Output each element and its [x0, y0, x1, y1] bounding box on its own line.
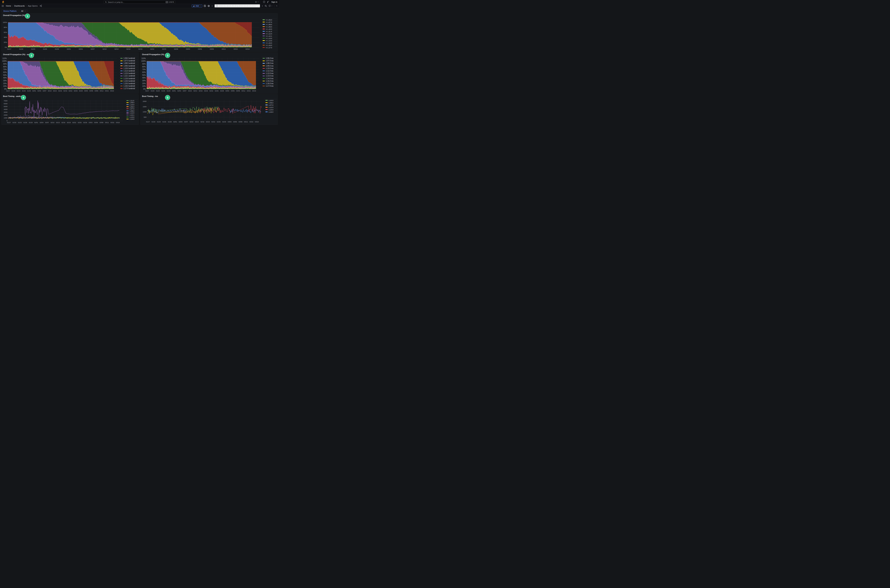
legend-item[interactable]: 1.07.0 [264, 104, 277, 106]
legend-item[interactable]: 1.12.0 android [119, 72, 138, 75]
legend-item[interactable]: 1.16.0 [264, 111, 277, 113]
menu-icon[interactable] [2, 5, 4, 7]
breadcrumb-dashboards[interactable]: Dashboards [14, 5, 25, 7]
legend-item[interactable]: 1.12.0 [125, 112, 138, 114]
svg-text:02/22: 02/22 [211, 121, 215, 123]
legend-item[interactable]: 1.14.0 android [119, 80, 138, 82]
legend-item[interactable]: 1.07.0 android [119, 59, 138, 62]
legend-label: 1.09.0 ios [266, 65, 274, 67]
legend-item[interactable]: 1.06.0 [125, 106, 138, 108]
svg-text:0: 0 [7, 120, 8, 122]
stacked-area-chart[interactable]: 01/1701/2001/2301/2601/2902/0102/0402/07… [141, 56, 260, 93]
add-panel-button[interactable]: Add [192, 4, 202, 7]
grafana-logo[interactable] [2, 0, 5, 3]
legend-item[interactable]: 1.13.0 ios [261, 75, 277, 77]
legend-item[interactable]: 1.14.0 ios [261, 77, 277, 80]
help-button[interactable]: ? [263, 1, 265, 3]
panel-title[interactable]: Boot Timing - ios [141, 94, 278, 98]
legend-item[interactable]: 1.06.0 android [119, 57, 138, 59]
legend-swatch [126, 100, 129, 101]
legend-item[interactable]: 1.07.0 [125, 108, 138, 110]
legend-item[interactable]: 1.08.0 ios [261, 62, 277, 64]
svg-text:01/26: 01/26 [161, 90, 165, 92]
legend-item[interactable]: 1.06.0 ios [261, 57, 277, 59]
legend-item[interactable]: 1.17.0 android [119, 87, 138, 90]
chart-legend: 1.06.0 android1.07.0 android1.08.0 andro… [119, 57, 138, 90]
legend-item[interactable]: 1.09.0 android [119, 64, 138, 67]
legend-item[interactable]: 1.09.0 ios [261, 64, 277, 67]
legend-item[interactable]: 1.10.0 [264, 99, 277, 101]
svg-text:02/25: 02/25 [74, 90, 78, 92]
legend-item[interactable]: 1.16.0 android [119, 85, 138, 87]
kiosk-mode-button[interactable] [276, 5, 278, 7]
legend-item[interactable]: 1.11.0 android [119, 69, 138, 72]
legend-item[interactable]: V 1.11.0 [261, 30, 277, 32]
legend-item[interactable]: 1.11.0 ios [261, 69, 277, 72]
legend-item[interactable]: 1.08.0 [125, 110, 138, 112]
legend-item[interactable]: 1.08.0 android [119, 62, 138, 64]
save-dashboard-button[interactable] [204, 5, 206, 7]
legend-item[interactable]: V 1.10.0 [261, 28, 277, 30]
svg-text:1000: 1000 [143, 111, 146, 113]
panel-title[interactable]: Overall Propagation (%) [2, 14, 278, 17]
legend-item[interactable]: 1.10.0 [125, 104, 138, 106]
news-button[interactable] [267, 1, 269, 3]
panel-title[interactable]: Overall Propagation (%) - ios [141, 52, 278, 56]
legend-item[interactable]: V 1.14.0 [261, 39, 277, 42]
dashboard-settings-button[interactable] [207, 5, 210, 7]
legend-item[interactable]: V 1.16.0 [261, 44, 277, 46]
legend-swatch [263, 22, 265, 22]
legend-item[interactable]: 1.13.0 android [119, 77, 138, 80]
legend-item[interactable]: 1.10.0 android [119, 67, 138, 69]
legend-item[interactable]: 1.17.0 ios [261, 85, 277, 87]
legend-item[interactable]: 1.11.0 [125, 99, 138, 102]
line-chart[interactable]: 01/1701/2001/2301/2601/2902/0102/0402/07… [141, 98, 263, 124]
legend-item[interactable]: V 1.13.0 [261, 37, 277, 39]
stacked-area-chart[interactable]: 01/1701/2001/2301/2601/2902/0102/0402/07… [2, 56, 118, 93]
legend-item[interactable]: V 1.06.0 [261, 18, 277, 21]
stacked-area-chart[interactable]: 01/1701/2001/2301/2601/2902/0102/0402/07… [2, 17, 260, 51]
line-chart[interactable]: 01/1701/2001/2301/2601/2902/0102/0402/07… [2, 98, 124, 124]
search-input[interactable]: Search or jump to... cmd+k [104, 0, 176, 3]
zoom-out-time-button[interactable] [265, 5, 267, 7]
panel-title[interactable]: Overall Propagation (%) - android [2, 52, 138, 56]
legend-item[interactable]: V 1.12.1 [261, 34, 277, 37]
legend-item[interactable]: 1.12.1 [125, 114, 138, 116]
legend-item[interactable]: V 1.08.0 [261, 23, 277, 26]
legend-item[interactable]: 1.12.1 android [119, 75, 138, 77]
legend-label: 1.08.0 android [123, 62, 135, 64]
legend-item[interactable]: 1.15.0 android [119, 82, 138, 85]
legend-swatch [263, 36, 265, 36]
time-shift-forward-button[interactable] [262, 5, 263, 7]
legend-item[interactable]: 1.14.0 [125, 118, 138, 120]
legend-item[interactable]: 1.09.0 [264, 101, 277, 104]
keyboard-icon [166, 1, 168, 3]
legend-item[interactable]: 1.16.0 ios [261, 82, 277, 85]
breadcrumb-home[interactable]: Home [6, 5, 11, 7]
legend-item[interactable]: 1.15.0 ios [261, 80, 277, 82]
new-button[interactable] [255, 1, 259, 3]
refresh-button[interactable] [269, 5, 272, 7]
legend-item[interactable]: V 1.07.0 [261, 21, 277, 23]
svg-text:03/18: 03/18 [110, 90, 114, 92]
variables-bar: Device Platform All [2, 9, 27, 13]
legend-item[interactable]: 1.09.0 [125, 102, 138, 104]
legend-item[interactable]: 1.14.0 [264, 108, 277, 111]
legend-item[interactable]: V 1.15.0 [261, 42, 277, 44]
legend-item[interactable]: V 1.09.0 [261, 26, 277, 28]
legend-item[interactable]: 1.12.0 [264, 106, 277, 108]
svg-text:5000: 5000 [4, 105, 8, 107]
time-shift-back-button[interactable] [212, 5, 213, 7]
chevron-down-icon [24, 10, 26, 12]
variable-value-dropdown[interactable]: All [20, 9, 27, 13]
legend-item[interactable]: 1.13.0 [125, 116, 138, 118]
share-icon[interactable] [40, 5, 42, 7]
legend-item[interactable]: V 1.17.0 [261, 46, 277, 48]
legend-item[interactable]: 1.07.0 ios [261, 59, 277, 62]
legend-item[interactable]: 1.12.0 ios [261, 72, 277, 75]
time-range-picker[interactable]: 2022-01-16 16:25:16 to 2022-03-20 23:24:… [215, 4, 260, 8]
legend-item[interactable]: V 1.12.0 [261, 32, 277, 34]
legend-item[interactable]: 1.10.0 ios [261, 67, 277, 69]
sign-in-link[interactable]: Sign in [271, 1, 277, 3]
help-icon: ? [263, 1, 265, 3]
